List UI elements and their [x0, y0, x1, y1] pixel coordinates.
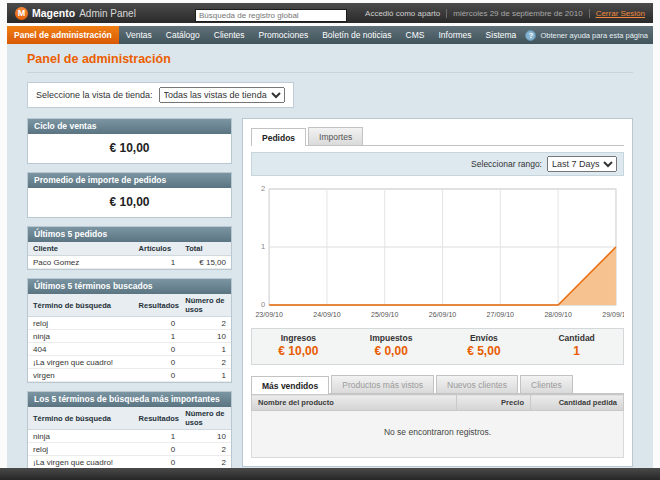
svg-text:29/09/10: 29/09/10: [602, 311, 624, 318]
total-quantity: Cantidad 1: [530, 329, 623, 364]
nav-item-catalog[interactable]: Catálogo: [159, 26, 207, 44]
column-header: Resultados: [134, 294, 181, 317]
global-search: [195, 4, 347, 22]
total-value: € 10,00: [252, 344, 345, 358]
nav-item-sales[interactable]: Ventas: [119, 26, 159, 44]
table-cell: reloj: [28, 317, 134, 330]
tab-new-customers[interactable]: Nuevos clientes: [436, 375, 518, 393]
last-search-terms-title: Últimos 5 términos buscados: [28, 279, 231, 294]
range-select[interactable]: Last 7 Days: [547, 156, 617, 172]
average-orders-value: € 10,00: [28, 188, 231, 217]
total-label: Envíos: [438, 333, 531, 343]
orders-dashboard-panel: Pedidos Importes Seleccionar rango: Last…: [242, 118, 633, 467]
page-title: Panel de administración: [27, 52, 633, 73]
column-header: Precio: [456, 395, 530, 411]
table-body: reloj02ninja11040401¡La virgen que cuadr…: [28, 317, 231, 382]
table-row: Paco Gomez1€ 15,00: [28, 256, 231, 269]
totals-bar: Ingresos € 10,00 Impuestos € 0,00 Envíos…: [251, 328, 624, 365]
range-label: Seleccionar rango:: [471, 159, 542, 169]
total-value: € 5,00: [438, 344, 531, 358]
separator: [446, 9, 447, 18]
table-cell: € 15,00: [180, 256, 231, 269]
table-cell: Paco Gomez: [28, 256, 134, 269]
table-cell: 10: [180, 430, 231, 443]
last-orders-panel: Últimos 5 pedidos Cliente Artículos Tota…: [27, 226, 232, 270]
dashboard-columns: Ciclo de ventas € 10,00 Promedio de impo…: [27, 118, 633, 480]
nav-item-customers[interactable]: Clientes: [207, 26, 252, 44]
table-row: 40401: [28, 343, 231, 356]
column-header: Número de usos: [180, 294, 231, 317]
tab-bestsellers[interactable]: Más vendidos: [251, 376, 329, 394]
table-row: ninja110: [28, 430, 231, 443]
tab-amounts[interactable]: Importes: [308, 127, 363, 145]
table-cell: 1: [180, 343, 231, 356]
lifetime-sales-value: € 10,00: [28, 134, 231, 163]
store-view-label: Seleccione la vista de tienda:: [36, 90, 153, 100]
top-search-terms-title: Los 5 términos de búsqueda más important…: [28, 392, 231, 407]
tab-orders[interactable]: Pedidos: [251, 128, 306, 146]
logout-link[interactable]: Cerrar Sesión: [596, 9, 645, 18]
table-cell: 2: [180, 456, 231, 469]
svg-text:27/09/10: 27/09/10: [487, 311, 515, 318]
total-revenue: Ingresos € 10,00: [252, 329, 345, 364]
average-orders-panel: Promedio de importe de pedidos € 10,00: [27, 172, 232, 218]
page-help-link[interactable]: ? Obtener ayuda para esta página: [525, 26, 653, 44]
column-header: Término de búsqueda: [28, 407, 134, 430]
table-cell: 10: [180, 330, 231, 343]
svg-text:25/09/10: 25/09/10: [371, 311, 399, 318]
brand: M Magento Admin Panel: [15, 7, 195, 20]
nav-item-promotions[interactable]: Promociones: [252, 26, 316, 44]
tab-most-viewed[interactable]: Productos más vistos: [331, 375, 434, 393]
table-cell: 2: [180, 356, 231, 369]
nav-item-cms[interactable]: CMS: [399, 26, 432, 44]
column-header: Número de usos: [180, 407, 231, 430]
last-orders-table: Cliente Artículos Total Paco Gomez1€ 15,…: [28, 242, 231, 269]
dashboard-main: Pedidos Importes Seleccionar rango: Last…: [242, 118, 633, 467]
total-tax: Impuestos € 0,00: [345, 329, 438, 364]
table-cell: 0: [134, 456, 181, 469]
table-cell: ¡La virgen que cuadro!: [28, 456, 134, 469]
brand-name: Magento: [32, 7, 75, 19]
admin-page: M Magento Admin Panel Accedió como apart…: [7, 3, 653, 480]
column-header: Artículos: [134, 242, 181, 256]
table-row: reloj02: [28, 317, 231, 330]
global-search-input[interactable]: [195, 9, 347, 22]
table-cell: 0: [134, 317, 181, 330]
table-row: virgen01: [28, 369, 231, 382]
nav-item-dashboard[interactable]: Panel de administración: [7, 26, 119, 44]
table-cell: 0: [134, 369, 181, 382]
nav-item-reports[interactable]: Informes: [432, 26, 479, 44]
table-cell: 0: [134, 443, 181, 456]
lifetime-sales-panel: Ciclo de ventas € 10,00: [27, 118, 232, 164]
total-value: 1: [530, 344, 623, 358]
lifetime-sales-title: Ciclo de ventas: [28, 119, 231, 134]
top-search-terms-panel: Los 5 términos de búsqueda más important…: [27, 391, 232, 480]
column-header: Nombre del producto: [252, 395, 457, 411]
svg-text:24/09/10: 24/09/10: [313, 311, 341, 318]
table-cell: 1: [134, 256, 181, 269]
table-row: ¡La virgen que cuadro!02: [28, 456, 231, 469]
separator: [589, 9, 590, 18]
table-cell: reloj: [28, 443, 134, 456]
footer-bar: [0, 468, 660, 480]
table-cell: 404: [28, 343, 134, 356]
brand-suffix: Admin Panel: [79, 8, 136, 19]
tab-customers[interactable]: Clientes: [520, 375, 573, 393]
chart-tabs: Pedidos Importes: [251, 127, 624, 146]
logged-in-as: Accedió como aparto: [365, 9, 440, 18]
column-header: Término de búsqueda: [28, 294, 134, 317]
store-view-switcher: Seleccione la vista de tienda: Todas las…: [27, 82, 294, 108]
range-selector-row: Seleccionar rango: Last 7 Days: [251, 152, 624, 176]
total-value: € 0,00: [345, 344, 438, 358]
sidebar-column: Ciclo de ventas € 10,00 Promedio de impo…: [27, 118, 232, 480]
svg-text:1: 1: [261, 243, 265, 252]
table-cell: 2: [180, 443, 231, 456]
total-shipping: Envíos € 5,00: [438, 329, 531, 364]
store-view-select[interactable]: Todas las vistas de tienda: [159, 87, 285, 103]
main-nav: Panel de administración Ventas Catálogo …: [7, 26, 653, 44]
orders-chart-container: 01223/09/1024/09/1025/09/1026/09/1027/09…: [251, 182, 624, 322]
nav-item-system[interactable]: Sistema: [479, 26, 524, 44]
empty-records-message: No se encontraron registros.: [251, 411, 624, 458]
help-label: Obtener ayuda para esta página: [540, 31, 648, 40]
nav-item-newsletter[interactable]: Boletín de noticias: [315, 26, 398, 44]
